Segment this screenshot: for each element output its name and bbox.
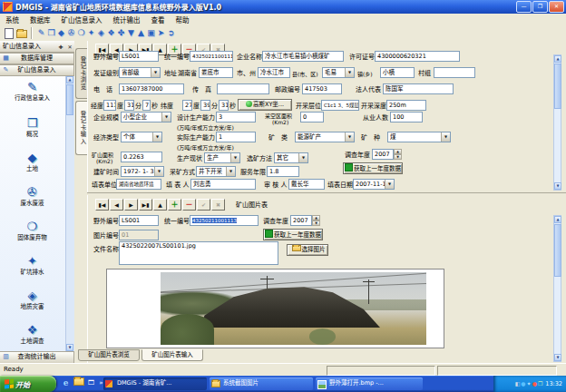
pic-no-input[interactable]: 01: [119, 230, 159, 240]
sidebar-group-mine-entry[interactable]: ✎ 矿山信息录入: [0, 64, 74, 76]
mine-photo[interactable]: [161, 272, 426, 345]
toolbar-icon-5[interactable]: ❍: [76, 27, 86, 39]
nav-next-button[interactable]: ▶: [124, 199, 138, 211]
latitude-min-input[interactable]: 39: [200, 100, 210, 111]
sidebar-item-admin-info[interactable]: ✎ 行政信息录入: [0, 80, 64, 102]
restore-button[interactable]: ❐: [532, 1, 548, 13]
mine-class-select[interactable]: 能源矿产 ▼: [295, 132, 355, 142]
economic-type-select[interactable]: 个体 ▼: [121, 132, 162, 142]
spin-down-icon[interactable]: ▼: [312, 220, 320, 226]
chevron-down-icon[interactable]: ▼: [345, 68, 354, 77]
goaf-area-input[interactable]: 0: [300, 112, 324, 122]
menu-mine-info-entry[interactable]: 矿山信息录入: [56, 15, 108, 24]
toolbar-icon-4[interactable]: ✇: [66, 27, 76, 39]
taskbar-task-bmp-image[interactable]: 野外薄打开.bmp -...: [316, 377, 423, 390]
nav-first-button[interactable]: ▮◀: [95, 199, 109, 211]
mine-kind-select[interactable]: 煤 ▼: [387, 132, 451, 142]
scroll-up-icon[interactable]: ▲: [554, 55, 561, 63]
fill-unit-input[interactable]: 湖南省地质环境: [116, 179, 161, 190]
chevron-down-icon[interactable]: ▼: [152, 132, 161, 142]
production-status-select[interactable]: 生产 ▼: [204, 152, 240, 163]
longitude-deg-input[interactable]: 111: [103, 100, 116, 111]
tab-card-input[interactable]: 登记卡输入: [75, 101, 87, 155]
sidebar-item-land[interactable]: ◆ 土地: [0, 151, 64, 172]
chevron-down-icon[interactable]: ▼: [441, 132, 450, 142]
picture-panel-scrollbar[interactable]: ▲ ▼: [553, 215, 561, 362]
nav-last-button[interactable]: ▶▮: [139, 199, 152, 211]
cert-level-select[interactable]: 省部级 ▼: [119, 67, 161, 78]
form-scrollbar[interactable]: ▲ ▼: [553, 54, 561, 191]
actual-capacity-input[interactable]: 1: [216, 132, 256, 142]
village-input[interactable]: [434, 67, 475, 78]
pic-survey-year-spinner[interactable]: 2007: [290, 215, 312, 226]
tray-icon-2[interactable]: ●: [521, 380, 525, 387]
file-name-input[interactable]: 4325022007LS00101.jpg: [119, 241, 278, 265]
latitude-deg-input[interactable]: 27: [182, 100, 192, 111]
pic-get-previous-year-button[interactable]: 获取上一年度数据: [263, 229, 323, 240]
ie-quicklaunch-icon[interactable]: e: [60, 377, 72, 389]
scrollbar-thumb[interactable]: [66, 84, 73, 115]
minimize-button[interactable]: —: [516, 1, 532, 13]
town-input[interactable]: 小横: [380, 67, 415, 78]
toolbar-icon-12[interactable]: ▣: [146, 27, 156, 39]
nav-up-button[interactable]: ▲: [153, 199, 167, 211]
field-no-input[interactable]: LS001: [119, 51, 159, 62]
legal-rep-input[interactable]: 陈国军: [383, 83, 454, 94]
folder-quicklaunch-icon[interactable]: [73, 377, 84, 389]
city-input[interactable]: 娄底市: [199, 67, 233, 78]
chevron-down-icon[interactable]: ▼: [298, 153, 307, 162]
open-folder-icon[interactable]: [16, 30, 27, 38]
reviewer-input[interactable]: 戴长华: [288, 179, 325, 190]
scroll-down-icon[interactable]: ▼: [554, 354, 561, 361]
toolbar-icon-13[interactable]: ➤: [156, 27, 166, 39]
design-capacity-input[interactable]: 3: [216, 112, 256, 122]
tray-icon-3[interactable]: ✦: [527, 380, 532, 387]
unified-no-input[interactable]: 43250211001113: [190, 51, 233, 62]
taskbar-task-dmgis[interactable]: DMGIS - 湖南省矿...: [103, 377, 207, 390]
chevron-down-icon[interactable]: ▼: [230, 153, 239, 162]
tab-card-browse[interactable]: 登记卡浏览: [75, 48, 87, 99]
sidebar-item-land-survey[interactable]: ❖ 土地调查: [0, 323, 64, 345]
tray-icon-5[interactable]: ❒: [538, 380, 542, 387]
menu-statistics-output[interactable]: 统计输出: [108, 15, 146, 24]
latitude-sec-input[interactable]: 31: [219, 100, 229, 111]
scroll-up-icon[interactable]: ▲: [554, 216, 561, 223]
mining-depth-input[interactable]: 250m: [386, 100, 426, 111]
scrollbar-thumb[interactable]: [554, 64, 561, 109]
toolbar-icon-2[interactable]: ❒: [46, 27, 56, 39]
fill-person-input[interactable]: 刘志勇: [190, 179, 256, 190]
start-button[interactable]: 开始: [0, 376, 56, 392]
pin-icon[interactable]: ✚: [56, 41, 65, 52]
survey-year-spinner[interactable]: 2007: [372, 149, 394, 160]
toolbar-icon-3[interactable]: ◆: [56, 27, 66, 39]
pic-field-no-input[interactable]: LS001: [119, 215, 159, 226]
close-button[interactable]: ✕: [549, 1, 564, 13]
tray-icon-4[interactable]: ●: [532, 380, 537, 387]
sidebar-item-mine-drainage[interactable]: ✦ 矿坑排水: [0, 254, 64, 276]
sidebar-item-solid-waste[interactable]: ❍ 固体废弃物: [0, 220, 64, 241]
sidebar-scrollbar[interactable]: ▲ ▼: [65, 76, 74, 351]
scale-select[interactable]: 小型企业 ▼: [121, 112, 171, 122]
mine-area-input[interactable]: 0.2263: [121, 152, 162, 162]
beneficiation-select[interactable]: 其它 ▼: [274, 152, 308, 163]
postal-input[interactable]: 417503: [302, 83, 342, 94]
nav-delete-button[interactable]: －: [182, 199, 196, 211]
scroll-up-icon[interactable]: ▲: [66, 76, 73, 83]
nav-confirm-button[interactable]: ✔: [197, 199, 210, 211]
nav-cancel-button[interactable]: ✖: [211, 199, 225, 211]
chevron-down-icon[interactable]: ▼: [226, 167, 235, 176]
toolbar-icon-8[interactable]: ❖: [106, 27, 116, 39]
fax-input[interactable]: [217, 83, 269, 94]
nav-prev-button[interactable]: ◀: [110, 199, 123, 211]
gauss-xy-button[interactable]: 高斯XY坐...: [238, 99, 292, 111]
menu-view[interactable]: 查看: [146, 15, 171, 24]
sidebar-group-query-stats[interactable]: ▥ 查询统计输出: [0, 351, 74, 363]
license-no-input[interactable]: 4300000620321: [375, 51, 460, 62]
phone-input[interactable]: 13607387000: [119, 83, 184, 94]
menu-help[interactable]: 帮助: [171, 15, 195, 24]
toolbar-icon-11[interactable]: ▲: [136, 27, 146, 39]
toolbar-icon-6[interactable]: ✦: [86, 27, 96, 39]
spin-down-icon[interactable]: ▼: [394, 154, 402, 160]
mining-method-select[interactable]: 井下开采 ▼: [196, 166, 236, 177]
longitude-sec-input[interactable]: 7: [142, 100, 151, 111]
